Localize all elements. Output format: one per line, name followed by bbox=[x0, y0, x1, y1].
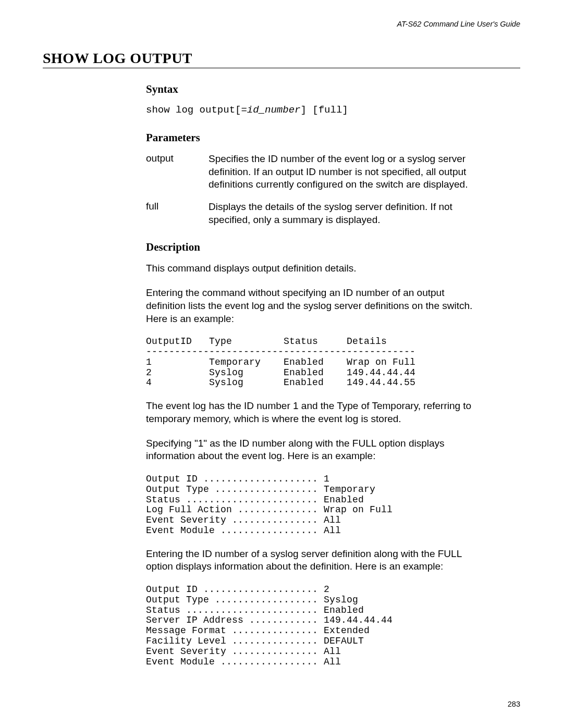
syntax-line: show log output[=id_number] [full] bbox=[146, 104, 480, 116]
param-name-output: output bbox=[146, 153, 209, 164]
page: AT-S62 Command Line User's Guide SHOW LO… bbox=[0, 0, 563, 667]
param-row: output Specifies the ID number of the ev… bbox=[146, 153, 480, 191]
description-para-1: This command displays output definition … bbox=[146, 262, 480, 275]
description-para-4: Specifying "1" as the ID number along wi… bbox=[146, 437, 480, 463]
running-header: AT-S62 Command Line User's Guide bbox=[43, 20, 520, 28]
param-desc-full: Displays the details of the syslog serve… bbox=[209, 201, 480, 226]
syntax-heading: Syntax bbox=[146, 83, 480, 96]
page-number: 283 bbox=[508, 700, 520, 708]
output-table-1: OutputID Type Status Details -----------… bbox=[146, 337, 480, 388]
description-para-2: Entering the command without specifying … bbox=[146, 287, 480, 325]
description-para-3: The event log has the ID number 1 and th… bbox=[146, 400, 480, 425]
section-title: SHOW LOG OUTPUT bbox=[43, 50, 520, 67]
description-heading: Description bbox=[146, 241, 480, 254]
content-block: Syntax show log output[=id_number] [full… bbox=[146, 83, 480, 667]
description-para-5: Entering the ID number of a syslog serve… bbox=[146, 548, 480, 573]
parameters-heading: Parameters bbox=[146, 131, 480, 144]
param-row: full Displays the details of the syslog … bbox=[146, 201, 480, 226]
syntax-variable: id_number bbox=[247, 104, 301, 116]
output-block-3: Output ID .................... 2 Output … bbox=[146, 585, 480, 667]
param-name-full: full bbox=[146, 201, 209, 212]
title-rule bbox=[43, 68, 520, 68]
syntax-suffix: ] [full] bbox=[300, 104, 348, 116]
output-block-2: Output ID .................... 1 Output … bbox=[146, 474, 480, 536]
syntax-prefix: show log output[= bbox=[146, 104, 247, 116]
param-desc-output: Specifies the ID number of the event log… bbox=[209, 153, 480, 191]
